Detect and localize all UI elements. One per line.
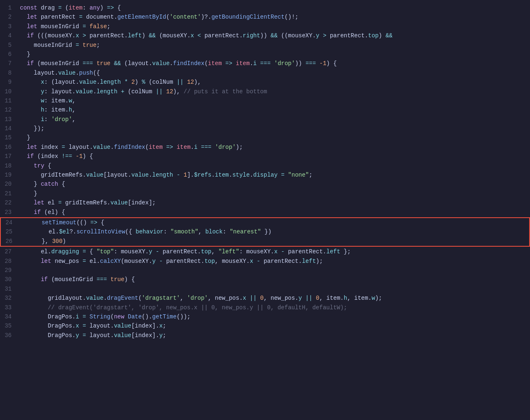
code-line: 26 }, 300) xyxy=(1,237,529,246)
code-line: 2 let parentRect = document.getElementBy… xyxy=(0,12,530,22)
code-line: 22 let el = gridItemRefs.value[index]; xyxy=(0,198,530,207)
code-line: 24 setTimeout(() => { xyxy=(1,218,529,227)
code-line: 17 if (index !== -1) { xyxy=(0,152,530,161)
code-line: 27 el.dragging = { "top": mouseXY.y - pa… xyxy=(0,247,530,256)
code-line: 29 xyxy=(0,266,530,275)
code-line: 25 el.$el?.scrollIntoView({ behavior: "s… xyxy=(1,227,529,236)
code-line: 11 w: item.w, xyxy=(0,96,530,105)
code-line: 28 let new_pos = el.calcXY(mouseXY.y - p… xyxy=(0,257,530,266)
code-line: 30 if (mouseInGrid === true) { xyxy=(0,275,530,284)
code-line: 3 let mouseInGrid = false; xyxy=(0,22,530,31)
code-line: 31 xyxy=(0,284,530,294)
code-line: 18 try { xyxy=(0,161,530,170)
code-line: 5 mouseInGrid = true; xyxy=(0,41,530,50)
code-line: 19 gridItemRefs.value[layout.value.lengt… xyxy=(0,170,530,180)
code-line: 4 if (((mouseXY.x > parentRect.left) && … xyxy=(0,31,530,40)
code-line: 16 let index = layout.value.findIndex(it… xyxy=(0,143,530,152)
code-line: 32 gridlayout.value.dragEvent('dragstart… xyxy=(0,294,530,303)
code-line: 8 layout.value.push({ xyxy=(0,68,530,78)
code-line: 23 if (el) { xyxy=(0,208,530,217)
code-line: 21 } xyxy=(0,189,530,198)
code-line: 36 DragPos.y = layout.value[index].y; xyxy=(0,331,530,340)
code-line: 10 y: layout.value.length + (colNum || 1… xyxy=(0,87,530,96)
code-line: 7 if (mouseInGrid === true && (layout.va… xyxy=(0,59,530,68)
code-line: 9 x: (layout.value.length * 2) % (colNum… xyxy=(0,78,530,87)
code-line: 34 DragPos.i = String(new Date().getTime… xyxy=(0,312,530,321)
code-line: 33 // dragEvent('dragstart', 'drop', new… xyxy=(0,303,530,312)
code-line: 14 }); xyxy=(0,124,530,133)
code-line: 35 DragPos.x = layout.value[index].x; xyxy=(0,321,530,330)
code-line: 1 const drag = (item: any) => { xyxy=(0,3,530,12)
code-line: 13 i: 'drop', xyxy=(0,115,530,124)
code-line: 6 } xyxy=(0,50,530,59)
code-line: 12 h: item.h, xyxy=(0,105,530,114)
code-line: 15 } xyxy=(0,133,530,142)
highlighted-setTimeout-block: 24 setTimeout(() => { 25 el.$el?.scrollI… xyxy=(0,217,530,247)
code-editor: 1 const drag = (item: any) => { 2 let pa… xyxy=(0,0,530,420)
code-line: 20 } catch { xyxy=(0,180,530,189)
